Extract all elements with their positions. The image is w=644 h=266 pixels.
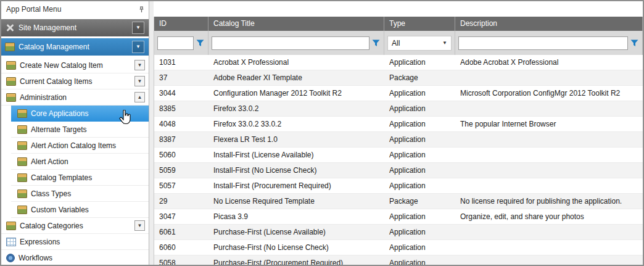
cell-type: Application — [384, 163, 455, 178]
sidebar-item-catalog-templates[interactable]: Catalog Templates — [11, 170, 149, 186]
description-filter-cell — [455, 31, 643, 55]
sidebar-item-catalog-categories[interactable]: Catalog Categories▼ — [1, 218, 149, 234]
filter-funnel-icon[interactable] — [372, 39, 381, 47]
cell-description — [455, 256, 643, 265]
expand-toggle-icon[interactable]: ▼ — [132, 41, 144, 53]
sidebar-item-class-types[interactable]: Class Types — [11, 186, 149, 202]
grid-filter-row: All ▼ — [154, 31, 643, 55]
type-filter-dropdown[interactable]: All ▼ — [387, 36, 452, 51]
table-row[interactable]: 1031Acrobat X ProfessionalApplicationAdo… — [154, 55, 643, 70]
splitter-handle[interactable] — [149, 1, 154, 265]
cell-id: 8385 — [154, 101, 208, 116]
table-row[interactable]: 8387Flexera LR Test 1.0Application — [154, 132, 643, 148]
expand-toggle-icon[interactable]: ▼ — [132, 22, 144, 34]
sidebar-item-create-new-catalog-item[interactable]: Create New Catalog Item▼ — [1, 57, 149, 73]
sidebar-item-label: Alert Action — [31, 157, 147, 166]
table-row[interactable]: 6061Purchase-First (License Available)Ap… — [154, 225, 643, 240]
cell-id: 8387 — [154, 132, 208, 147]
table-row[interactable]: 3047Picasa 3.9ApplicationOrganize, edit,… — [154, 209, 643, 225]
cell-title: Install-First (License Available) — [208, 148, 384, 162]
cell-description — [455, 101, 643, 116]
cell-type: Application — [384, 225, 455, 239]
sidebar-item-alternate-targets[interactable]: Alternate Targets — [11, 122, 149, 138]
sidebar-item-label: Catalog Templates — [31, 173, 147, 182]
sidebar-item-administration[interactable]: Administration▲ — [1, 89, 149, 106]
cell-title: Purchase-First (No License Check) — [208, 240, 384, 255]
sidebar-item-label: Alternate Targets — [31, 125, 147, 134]
column-header-type[interactable]: Type — [384, 17, 455, 31]
cell-description — [455, 178, 643, 193]
tools-icon — [5, 23, 15, 32]
cell-type: Application — [384, 132, 455, 147]
cell-title: Acrobat X Professional — [208, 55, 384, 70]
sidebar-item-alert-action[interactable]: Alert Action — [11, 154, 149, 170]
cell-id: 29 — [154, 194, 208, 209]
package-icon — [17, 157, 27, 166]
cell-description — [455, 70, 643, 85]
cell-title: Firefox 33.0.2 — [208, 101, 384, 116]
sidebar-item-core-applications[interactable]: Core Applications — [11, 106, 149, 122]
table-row[interactable]: 3044Configuration Manager 2012 Toolkit R… — [154, 86, 643, 101]
type-filter-cell: All ▼ — [384, 31, 455, 55]
workflows-icon — [6, 254, 15, 262]
package-icon — [17, 125, 27, 134]
cell-id: 6061 — [154, 225, 208, 239]
expressions-icon — [6, 238, 16, 246]
table-row[interactable]: 4048Firefox 33.0.2 33.0.2ApplicationThe … — [154, 117, 643, 132]
title-filter-input[interactable] — [212, 36, 369, 50]
filter-funnel-icon[interactable] — [630, 39, 639, 47]
id-filter-input[interactable] — [157, 36, 194, 50]
sidebar-item-site-management[interactable]: Site Management▼ — [1, 19, 149, 36]
sidebar-items: Site Management▼Catalog Management▼Creat… — [1, 17, 149, 265]
cell-title: Purchase-First (Procurement Required) — [208, 256, 384, 265]
table-row[interactable]: 5060Install-First (License Available)App… — [154, 148, 643, 163]
table-row[interactable]: 29No License Required TemplatePackageNo … — [154, 194, 643, 209]
sidebar-item-custom-variables[interactable]: Custom Variables — [11, 202, 149, 218]
sidebar-title: App Portal Menu — [6, 5, 138, 14]
cell-title: Firefox 33.0.2 33.0.2 — [208, 117, 384, 131]
cell-id: 5057 — [154, 178, 208, 193]
sidebar-item-label: Alert Action Catalog Items — [31, 141, 147, 150]
expand-toggle-icon[interactable]: ▼ — [134, 220, 145, 231]
cell-type: Application — [384, 55, 455, 70]
cell-description — [455, 225, 643, 239]
expand-toggle-icon[interactable]: ▼ — [134, 60, 145, 70]
table-row[interactable]: 37Adobe Reader XI TemplatePackage — [154, 70, 643, 86]
table-row[interactable]: 6060Purchase-First (No License Check)App… — [154, 240, 643, 256]
cell-description — [455, 148, 643, 162]
collapse-toggle-icon[interactable]: ▲ — [134, 92, 145, 102]
table-row[interactable]: 8385Firefox 33.0.2Application — [154, 101, 643, 117]
sidebar-item-catalog-management[interactable]: Catalog Management▼ — [1, 38, 149, 56]
description-filter-input[interactable] — [458, 36, 628, 50]
package-icon — [17, 189, 27, 198]
cell-id: 37 — [154, 70, 208, 85]
cell-description: Adobe Acrobat X Professional — [455, 55, 643, 70]
cell-type: Application — [384, 86, 455, 101]
table-row[interactable]: 5058Purchase-First (Procurement Required… — [154, 256, 643, 265]
sidebar-item-alert-action-catalog-items[interactable]: Alert Action Catalog Items — [11, 138, 149, 154]
sidebar-item-expressions[interactable]: Expressions — [1, 234, 149, 250]
grid-body: 1031Acrobat X ProfessionalApplicationAdo… — [154, 55, 643, 265]
sidebar-item-label: Workflows — [19, 254, 147, 262]
cell-type: Application — [384, 240, 455, 255]
pin-icon[interactable] — [138, 6, 145, 13]
filter-funnel-icon[interactable] — [196, 39, 205, 47]
cell-title: Install-First (Procurement Required) — [208, 178, 384, 193]
sidebar-item-workflows[interactable]: Workflows — [1, 250, 149, 265]
expand-toggle-icon[interactable]: ▼ — [134, 76, 145, 86]
cell-type: Application — [384, 117, 455, 131]
sidebar-item-label: Custom Variables — [31, 206, 147, 214]
sidebar-item-current-catalog-items[interactable]: Current Catalog Items▼ — [1, 73, 149, 89]
column-header-catalog-title[interactable]: Catalog Title — [208, 17, 384, 31]
table-row[interactable]: 5057Install-First (Procurement Required)… — [154, 178, 643, 194]
cell-type: Application — [384, 256, 455, 265]
sidebar-item-label: Catalog Management — [19, 43, 132, 51]
package-icon — [6, 93, 16, 102]
sidebar-item-label: Class Types — [31, 189, 147, 198]
column-header-description[interactable]: Description — [455, 17, 643, 31]
table-row[interactable]: 5059Install-First (No License Check)Appl… — [154, 163, 643, 178]
sidebar-item-label: Catalog Categories — [20, 222, 134, 230]
column-header-id[interactable]: ID — [154, 17, 208, 31]
cell-title: Install-First (No License Check) — [208, 163, 384, 178]
cell-title: Flexera LR Test 1.0 — [208, 132, 384, 147]
